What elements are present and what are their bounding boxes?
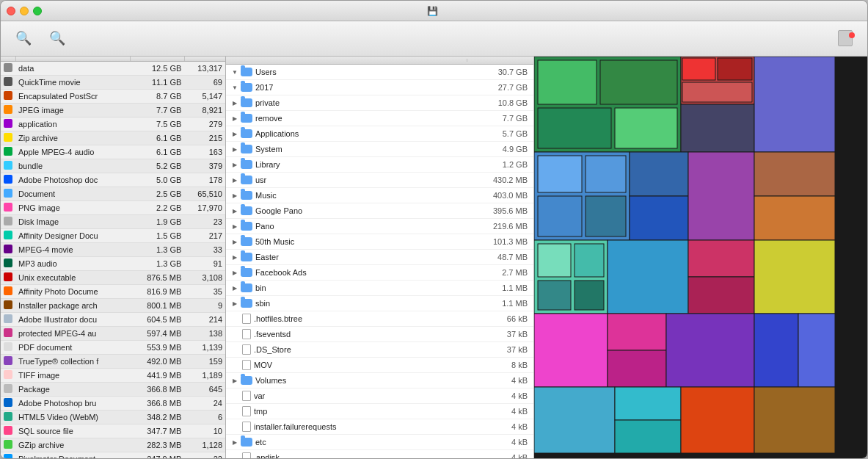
table-row[interactable]: QuickTime movie 11.1 GB 69 [1, 76, 225, 90]
color-cell [1, 118, 15, 131]
expand-icon[interactable]: ▶ [229, 174, 241, 186]
tree-row[interactable]: var 4 kB [226, 388, 533, 404]
table-row[interactable]: application 7.5 GB 279 [1, 118, 225, 131]
table-row[interactable]: TIFF image 441.9 MB 1,189 [1, 369, 225, 383]
table-row[interactable]: MP3 audio 1.3 GB 91 [1, 257, 225, 271]
tree-item-size: 10.8 GB [471, 98, 533, 107]
expand-icon[interactable]: ▶ [229, 97, 241, 109]
table-row[interactable]: bundle 5.2 GB 379 [1, 159, 225, 173]
tree-row[interactable]: installer.failurerequests 4 kB [226, 419, 533, 435]
files-cell: 13,317 [184, 62, 225, 76]
table-row[interactable]: data 12.5 GB 13,317 [1, 62, 225, 76]
expand-icon[interactable]: ▶ [229, 436, 241, 448]
table-row[interactable]: PDF document 553.9 MB 1,139 [1, 341, 225, 355]
table-row[interactable]: TrueType® collection f 492.0 MB 159 [1, 355, 225, 369]
expand-icon[interactable]: ▶ [229, 297, 241, 309]
table-row[interactable]: Apple MPEG-4 audio 6.1 GB 163 [1, 145, 225, 159]
tree-row[interactable]: ▶ Volumes 4 kB [226, 373, 533, 388]
expand-icon[interactable]: ▶ [229, 143, 241, 155]
tree-row[interactable]: ▶ System 4.9 GB [226, 142, 533, 157]
table-row[interactable]: HTML5 Video (WebM) 348.2 MB 6 [1, 411, 225, 424]
tree-row[interactable]: .DS_Store 37 kB [226, 342, 533, 358]
table-row[interactable]: SQL source file 347.7 MB 10 [1, 424, 225, 438]
expand-icon[interactable]: ▶ [229, 112, 241, 124]
expand-icon[interactable]: ▶ [229, 128, 241, 140]
tree-row[interactable]: ▶ Pano 219.6 MB [226, 219, 533, 234]
tree-row[interactable]: tmp 4 kB [226, 404, 533, 419]
table-row[interactable]: Encapsulated PostScr 8.7 GB 5,147 [1, 90, 225, 104]
expand-icon[interactable]: ▼ [229, 66, 241, 78]
zoom-out-button[interactable]: 🔍 [43, 27, 71, 51]
table-row[interactable]: Package 366.8 MB 645 [1, 383, 225, 397]
close-button[interactable] [7, 7, 15, 15]
folder-icon [241, 237, 252, 246]
expand-icon[interactable]: ▶ [229, 375, 241, 386]
tree-row[interactable]: .apdisk 4 kB [226, 450, 533, 458]
tree-size-header[interactable] [467, 59, 533, 62]
color-dot [4, 454, 12, 458]
expand-icon[interactable]: ▶ [229, 220, 241, 232]
expand-icon[interactable]: ▶ [229, 189, 241, 201]
folder-icon [241, 68, 252, 76]
table-row[interactable]: Zip archive 6.1 GB 215 [1, 131, 225, 145]
tree-row[interactable]: ▶ private 10.8 GB [226, 95, 533, 111]
table-row[interactable]: Affinity Photo Docume 816.9 MB 35 [1, 285, 225, 299]
expand-icon[interactable]: ▶ [229, 251, 241, 263]
table-row[interactable]: Affinity Designer Docu 1.5 GB 217 [1, 229, 225, 243]
maximize-button[interactable] [33, 7, 42, 15]
size-header[interactable] [131, 57, 185, 62]
tree-row[interactable]: ▶ bin 1.1 MB [226, 281, 533, 296]
tree-row[interactable]: ▶ etc 4 kB [226, 435, 533, 450]
tree-row[interactable]: ▶ sbin 1.1 MB [226, 296, 533, 311]
tree-name-header[interactable] [226, 59, 467, 62]
tree-row[interactable]: ▶ Facebook Ads 2.7 MB [226, 265, 533, 281]
expand-icon[interactable]: ▶ [229, 282, 241, 294]
tree-row[interactable]: ▶ Library 1.2 GB [226, 157, 533, 173]
files-header[interactable] [184, 57, 225, 62]
table-row[interactable]: Document 2.5 GB 65,510 [1, 187, 225, 201]
table-row[interactable]: Pixelmator Document 247.9 MB 22 [1, 452, 225, 459]
kind-header[interactable] [15, 57, 131, 62]
table-row[interactable]: JPEG image 7.7 GB 8,921 [1, 104, 225, 118]
file-kind-table[interactable]: data 12.5 GB 13,317 QuickTime movie 11.1… [1, 57, 225, 458]
table-row[interactable]: Disk Image 1.9 GB 23 [1, 215, 225, 229]
table-row[interactable]: protected MPEG-4 au 597.4 MB 138 [1, 327, 225, 341]
expand-icon[interactable]: ▶ [229, 159, 241, 170]
minimize-button[interactable] [20, 7, 29, 15]
color-header[interactable] [1, 57, 15, 62]
kind-cell: Pixelmator Document [15, 452, 131, 459]
folder-icon [241, 114, 252, 123]
table-row[interactable]: Adobe Illustrator docu 604.5 MB 214 [1, 313, 225, 327]
expand-icon[interactable]: ▶ [229, 267, 241, 278]
table-row[interactable]: GZip archive 282.3 MB 1,128 [1, 438, 225, 452]
tree-row[interactable]: ▶ Music 403.0 MB [226, 188, 533, 203]
table-row[interactable]: PNG image 2.2 GB 17,970 [1, 201, 225, 215]
hide-stats-button[interactable] [832, 27, 858, 51]
table-row[interactable]: Installer package arch 800.1 MB 9 [1, 299, 225, 313]
tree-body[interactable]: ▼ Users 30.7 GB ▼ 2017 27.7 GB ▶ private… [226, 65, 533, 458]
expand-icon[interactable]: ▶ [229, 236, 241, 247]
tree-row[interactable]: ▶ Applications 5.7 GB [226, 126, 533, 142]
tree-row[interactable]: ▶ Google Pano 395.6 MB [226, 203, 533, 219]
kind-cell: bundle [15, 159, 131, 173]
table-row[interactable]: MPEG-4 movie 1.3 GB 33 [1, 243, 225, 257]
zoom-in-button[interactable]: 🔍 [10, 27, 37, 51]
tree-row[interactable]: ▼ 2017 27.7 GB [226, 80, 533, 95]
tree-row[interactable]: .fseventsd 37 kB [226, 327, 533, 342]
tree-row[interactable]: .hotfiles.btree 66 kB [226, 311, 533, 327]
color-dot [4, 412, 12, 421]
tree-row[interactable]: ▶ 50th Music 101.3 MB [226, 234, 533, 250]
expand-icon[interactable]: ▶ [229, 205, 241, 217]
tree-item-size: 1.1 MB [471, 283, 533, 292]
tree-row[interactable]: ▶ Easter 48.7 MB [226, 250, 533, 265]
tree-row[interactable]: ▶ remove 7.7 GB [226, 111, 533, 126]
tree-row[interactable]: MOV 8 kB [226, 358, 533, 373]
table-row[interactable]: Adobe Photoshop doc 5.0 GB 178 [1, 173, 225, 187]
tree-item-name: Users [255, 68, 471, 76]
table-row[interactable]: Adobe Photoshop bru 366.8 MB 24 [1, 397, 225, 411]
color-cell [1, 243, 15, 257]
tree-row[interactable]: ▶ usr 430.2 MB [226, 173, 533, 188]
tree-row[interactable]: ▼ Users 30.7 GB [226, 65, 533, 80]
expand-icon[interactable]: ▼ [229, 82, 241, 93]
table-row[interactable]: Unix executable 876.5 MB 3,108 [1, 271, 225, 285]
